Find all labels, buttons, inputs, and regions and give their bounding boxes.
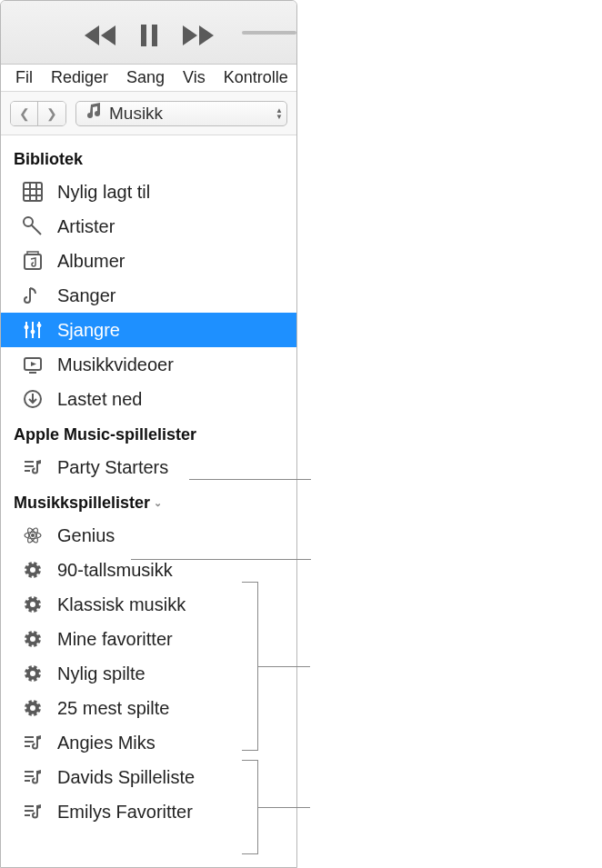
pause-button[interactable] bbox=[141, 25, 157, 46]
rewind-button[interactable] bbox=[85, 25, 115, 45]
section-header-music-playlists-label: Musikkspillelister bbox=[14, 494, 150, 513]
sidebar-item-albumer[interactable]: Albumer bbox=[1, 244, 296, 278]
svg-point-74 bbox=[30, 705, 35, 711]
sidebar-item-label: 25 mest spilte bbox=[57, 698, 169, 719]
note-icon bbox=[21, 284, 45, 307]
svg-point-35 bbox=[39, 569, 42, 572]
guitar-icon bbox=[21, 318, 45, 342]
svg-point-20 bbox=[37, 324, 41, 327]
album-icon bbox=[21, 249, 45, 273]
svg-point-19 bbox=[31, 330, 35, 334]
svg-point-48 bbox=[26, 608, 29, 611]
sidebar-item-sjangre[interactable]: Sjangre bbox=[1, 313, 296, 347]
svg-point-61 bbox=[32, 631, 35, 634]
svg-line-12 bbox=[31, 224, 41, 234]
video-icon bbox=[21, 353, 45, 376]
svg-point-39 bbox=[25, 569, 27, 572]
section-header-music-playlists[interactable]: Musikkspillelister ⌄ bbox=[1, 484, 296, 518]
svg-rect-6 bbox=[24, 183, 42, 201]
playback-bar bbox=[1, 1, 296, 65]
menu-edit[interactable]: Rediger bbox=[42, 65, 117, 91]
playlist-icon bbox=[21, 800, 45, 823]
svg-point-77 bbox=[32, 714, 35, 717]
svg-point-66 bbox=[36, 677, 39, 680]
svg-rect-3 bbox=[152, 25, 157, 46]
svg-point-52 bbox=[36, 598, 39, 601]
svg-point-56 bbox=[36, 643, 39, 645]
svg-point-65 bbox=[39, 673, 42, 675]
svg-point-79 bbox=[25, 707, 27, 710]
menu-file[interactable]: Fil bbox=[6, 65, 42, 91]
grid-icon bbox=[21, 180, 45, 204]
sidebar-item-artister[interactable]: Artister bbox=[1, 209, 296, 244]
media-picker-label: Musikk bbox=[109, 104, 163, 124]
svg-point-51 bbox=[32, 596, 35, 599]
svg-point-18 bbox=[25, 325, 28, 329]
svg-point-34 bbox=[30, 567, 35, 573]
sidebar-item-musikkvideoer[interactable]: Musikkvideoer bbox=[1, 347, 296, 382]
svg-point-40 bbox=[26, 564, 29, 566]
svg-point-49 bbox=[25, 604, 27, 606]
svg-point-42 bbox=[36, 564, 39, 566]
sidebar-item-label: Genius bbox=[57, 525, 115, 546]
svg-point-50 bbox=[26, 598, 29, 601]
sidebar-item-label: Angies Miks bbox=[57, 733, 156, 753]
volume-slider[interactable] bbox=[242, 31, 296, 35]
gear-icon bbox=[21, 627, 45, 651]
sidebar-item-label: Sjangre bbox=[57, 320, 120, 341]
annotation-line bbox=[189, 479, 311, 480]
svg-marker-4 bbox=[183, 25, 197, 45]
forward-button[interactable] bbox=[183, 25, 214, 45]
annotation-bracket bbox=[242, 582, 258, 751]
playlist-icon bbox=[21, 731, 45, 754]
svg-point-64 bbox=[30, 671, 35, 676]
menu-view[interactable]: Vis bbox=[174, 65, 215, 91]
section-header-apple-playlists: Apple Music-spillelister bbox=[1, 416, 296, 450]
svg-point-41 bbox=[32, 562, 35, 564]
svg-point-72 bbox=[36, 667, 39, 670]
svg-point-76 bbox=[36, 712, 39, 714]
sidebar-item-genius[interactable]: Genius bbox=[1, 518, 296, 553]
sidebar-item-label: Klassisk musikk bbox=[57, 594, 186, 615]
sidebar-item-label: Lastet ned bbox=[57, 389, 142, 410]
gear-icon bbox=[21, 662, 45, 685]
sidebar-item-lastet-ned[interactable]: Lastet ned bbox=[1, 382, 296, 416]
sidebar-item-label: Albumer bbox=[57, 251, 125, 272]
toolbar: ❮ ❯ Musikk ▲▼ bbox=[1, 92, 296, 135]
sidebar-item-label: Artister bbox=[57, 216, 115, 237]
sidebar-item-label: Emilys Favoritter bbox=[57, 802, 193, 823]
sidebar-item-label: Nylig spilte bbox=[57, 663, 145, 684]
menu-controls[interactable]: Kontrolle bbox=[215, 65, 297, 91]
nav-forward-button[interactable]: ❯ bbox=[38, 102, 65, 125]
sidebar-item-nylig-lagt-til[interactable]: Nylig lagt til bbox=[1, 175, 296, 209]
sidebar-item-label: Davids Spilleliste bbox=[57, 767, 195, 788]
sidebar-item-sanger[interactable]: Sanger bbox=[1, 278, 296, 313]
svg-point-80 bbox=[26, 702, 29, 704]
svg-point-78 bbox=[26, 712, 29, 714]
section-header-library-label: Bibliotek bbox=[14, 150, 83, 169]
svg-point-55 bbox=[39, 638, 42, 641]
svg-point-60 bbox=[26, 633, 29, 635]
sidebar-item-label: Party Starters bbox=[57, 457, 168, 478]
svg-point-69 bbox=[25, 673, 27, 675]
nav-back-button[interactable]: ❮ bbox=[11, 102, 38, 125]
picker-arrows-icon: ▲▼ bbox=[276, 107, 283, 120]
svg-point-62 bbox=[36, 633, 39, 635]
section-header-apple-playlists-label: Apple Music-spillelister bbox=[14, 425, 196, 444]
sidebar-item-label: Mine favoritter bbox=[57, 629, 173, 650]
svg-point-37 bbox=[32, 576, 35, 579]
svg-point-59 bbox=[25, 638, 27, 641]
svg-point-38 bbox=[26, 574, 29, 576]
genius-icon bbox=[21, 524, 45, 547]
svg-point-54 bbox=[30, 636, 35, 642]
section-header-library: Bibliotek bbox=[1, 141, 296, 175]
svg-point-36 bbox=[36, 574, 39, 576]
sidebar-item-label: Sanger bbox=[57, 285, 116, 306]
gear-icon bbox=[21, 593, 45, 616]
menu-song[interactable]: Sang bbox=[117, 65, 174, 91]
sidebar-item-label: Musikkvideoer bbox=[57, 354, 174, 375]
svg-point-58 bbox=[26, 643, 29, 645]
svg-point-75 bbox=[39, 707, 42, 710]
media-picker[interactable]: Musikk ▲▼ bbox=[75, 101, 287, 126]
sidebar-item-label: 90-tallsmusikk bbox=[57, 560, 173, 581]
